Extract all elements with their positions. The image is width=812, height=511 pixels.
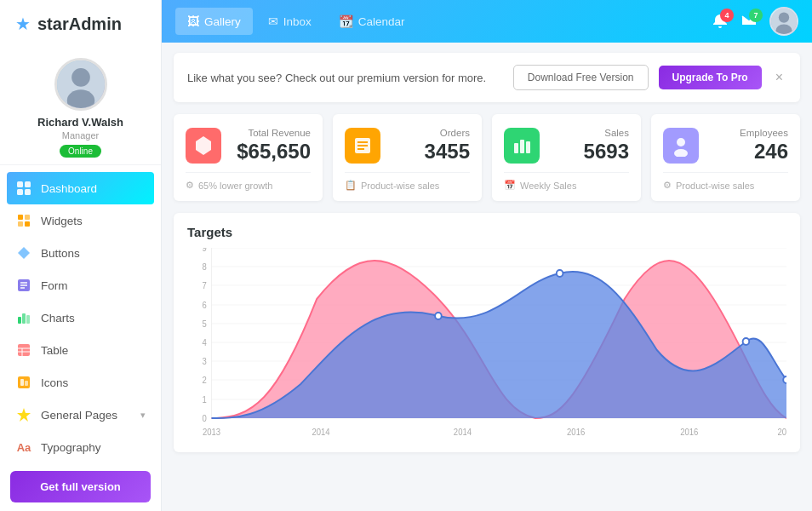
svg-rect-19 (18, 344, 30, 356)
revenue-icon (186, 128, 221, 164)
svg-rect-35 (514, 143, 518, 153)
content-area: Like what you see? Check out our premium… (162, 43, 812, 511)
promo-close-button[interactable]: × (772, 70, 786, 85)
footer-icon: ⚙ (663, 180, 672, 191)
sidebar-item-charts[interactable]: Charts (0, 301, 161, 334)
svg-text:2016: 2016 (567, 428, 585, 437)
messages-button[interactable]: 7 (741, 13, 758, 30)
sidebar-item-label: General Pages (41, 409, 117, 422)
topnav-right: 4 7 (712, 7, 798, 36)
sidebar-item-table[interactable]: Table (0, 334, 161, 366)
svg-rect-9 (18, 221, 23, 227)
stats-row: Total Revenue $65,650 ⚙ 65% lower growth (174, 114, 800, 201)
svg-rect-4 (25, 181, 31, 187)
svg-rect-7 (18, 215, 23, 220)
employees-label: Employees (709, 128, 788, 138)
stat-card-orders: Orders 3455 📋 Product-wise sales (333, 114, 482, 201)
get-full-version-button[interactable]: Get full version (10, 471, 151, 502)
orders-value: 3455 (391, 141, 470, 163)
notifications-badge: 4 (720, 9, 734, 22)
stat-card-revenue: Total Revenue $65,650 ⚙ 65% lower growth (174, 114, 323, 201)
profile-name: Richard V.Walsh (37, 116, 123, 129)
status-badge: Online (60, 145, 101, 158)
svg-rect-10 (25, 221, 30, 227)
sidebar-item-widgets[interactable]: Widgets (0, 204, 161, 237)
sidebar-item-typography[interactable]: Aa Typography (0, 431, 161, 462)
svg-point-38 (677, 138, 685, 146)
sidebar-item-label: Buttons (41, 247, 80, 260)
chart-title: Targets (187, 225, 786, 239)
main-nav: Dashboard Widgets Buttons Form Charts (0, 165, 161, 462)
promo-banner: Like what you see? Check out our premium… (174, 53, 800, 102)
svg-marker-30 (196, 136, 211, 155)
svg-point-62 (557, 270, 563, 277)
chart-area: 0 1 2 3 4 5 6 7 8 9 (187, 248, 786, 444)
sales-label: Sales (550, 128, 629, 138)
svg-rect-5 (17, 189, 23, 195)
tab-calendar[interactable]: 📆 Calendar (327, 8, 417, 35)
svg-text:8: 8 (203, 262, 207, 272)
svg-rect-3 (17, 181, 23, 187)
user-avatar-button[interactable] (769, 7, 798, 36)
sidebar-item-form[interactable]: Form (0, 269, 161, 301)
promo-text: Like what you see? Check out our premium… (187, 72, 503, 84)
sidebar-item-label: Widgets (41, 215, 83, 227)
svg-text:2016: 2016 (680, 428, 698, 437)
sidebar-item-dashboard[interactable]: Dashboard (7, 172, 154, 204)
sidebar-bottom: Get full version (0, 462, 161, 511)
messages-badge: 7 (749, 9, 763, 22)
sales-footer: 📅 Weekly Sales (504, 172, 629, 191)
sidebar-item-buttons[interactable]: Buttons (0, 237, 161, 269)
upgrade-to-pro-button[interactable]: Upgrade To Pro (659, 66, 762, 89)
svg-text:2014: 2014 (454, 428, 472, 437)
charts-icon (15, 309, 32, 326)
logo-text: starAdmin (37, 14, 122, 34)
svg-point-61 (435, 313, 442, 319)
typography-icon: Aa (15, 439, 32, 456)
logo-area: ★ starAdmin (0, 0, 161, 48)
gallery-icon: 🖼 (187, 14, 199, 28)
svg-text:7: 7 (203, 281, 207, 290)
employees-footer: ⚙ Product-wise sales (663, 172, 788, 191)
tab-label: Inbox (283, 15, 312, 28)
svg-marker-11 (18, 247, 30, 259)
sidebar-item-label: Icons (41, 376, 68, 389)
avatar (54, 58, 107, 111)
sidebar-item-general-pages[interactable]: General Pages ▾ (0, 399, 161, 431)
svg-text:2: 2 (203, 376, 207, 385)
svg-rect-24 (20, 379, 24, 386)
sidebar-item-label: Typography (41, 441, 101, 454)
svg-text:2014: 2014 (312, 428, 330, 437)
sales-value: 5693 (550, 141, 629, 163)
tab-gallery[interactable]: 🖼 Gallery (175, 8, 253, 35)
notifications-button[interactable]: 4 (712, 13, 729, 30)
inbox-icon: ✉ (268, 14, 278, 28)
svg-rect-18 (26, 315, 30, 324)
calendar-icon: 📆 (339, 14, 353, 28)
sales-icon (504, 128, 540, 164)
svg-rect-37 (526, 141, 530, 153)
svg-text:3: 3 (203, 357, 207, 366)
sidebar-item-label: Dashboard (41, 182, 97, 195)
download-free-button[interactable]: Download Free Version (513, 65, 649, 90)
orders-label: Orders (391, 128, 470, 138)
top-navigation: 🖼 Gallery ✉ Inbox 📆 Calendar 4 7 (162, 0, 812, 43)
sidebar-item-label: Charts (41, 312, 75, 324)
main-content: 🖼 Gallery ✉ Inbox 📆 Calendar 4 7 (162, 0, 812, 511)
svg-point-39 (674, 149, 688, 157)
footer-icon: 📋 (345, 180, 357, 191)
revenue-label: Total Revenue (232, 128, 311, 138)
svg-text:1: 1 (203, 395, 207, 405)
orders-icon (345, 128, 380, 164)
chevron-down-icon: ▾ (140, 410, 146, 421)
employees-value: 246 (709, 141, 788, 163)
svg-text:2013: 2013 (203, 428, 220, 437)
stat-card-employees: Employees 246 ⚙ Product-wise sales (651, 114, 800, 201)
svg-text:4: 4 (203, 338, 208, 347)
general-pages-icon (15, 406, 32, 423)
svg-point-64 (783, 376, 786, 383)
sidebar-item-icons[interactable]: Icons (0, 366, 161, 399)
tab-inbox[interactable]: ✉ Inbox (256, 8, 323, 35)
tab-label: Gallery (204, 15, 241, 28)
revenue-footer: ⚙ 65% lower growth (186, 172, 311, 191)
